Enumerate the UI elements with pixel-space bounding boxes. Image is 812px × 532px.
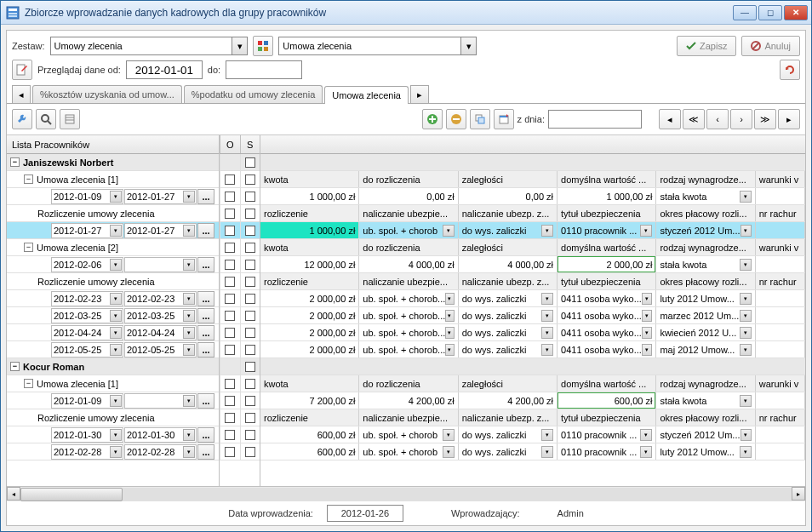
date-field[interactable]: 2012-05-25▾ [51, 342, 123, 358]
more-button[interactable]: ... [197, 393, 214, 409]
nav-fastback-button[interactable]: ≪ [683, 109, 705, 129]
chevron-down-icon[interactable]: ▾ [183, 327, 195, 339]
set-pick-button[interactable] [253, 36, 273, 56]
checkbox-s[interactable] [245, 379, 255, 389]
chevron-down-icon[interactable]: ▾ [110, 429, 122, 441]
cell-c3[interactable]: 1 000,00 zł [558, 188, 656, 204]
chevron-down-icon[interactable]: ▾ [110, 344, 122, 356]
checkbox-s[interactable] [245, 277, 255, 287]
nav-last-button[interactable]: ▸ [778, 109, 800, 129]
cell-c5[interactable] [756, 341, 805, 358]
checkbox-s[interactable] [245, 174, 255, 185]
chevron-down-icon[interactable]: ▾ [183, 225, 195, 237]
cell-c4[interactable]: stała kwota▾ [656, 392, 755, 409]
date-field[interactable]: 2012-01-27▾ [124, 189, 197, 204]
toggle-icon[interactable]: − [24, 379, 33, 388]
chevron-down-icon[interactable]: ▾ [110, 225, 122, 237]
cell-c2[interactable]: do wys. zaliczki▾ [459, 307, 558, 323]
cell-c2[interactable]: do wys. zaliczki▾ [459, 341, 558, 358]
table-row[interactable]: 600,00 złub. społ. + chorob▾do wys. zali… [260, 443, 805, 460]
checkbox-o[interactable] [225, 311, 235, 321]
chevron-down-icon[interactable]: ▾ [640, 225, 652, 237]
cell-c3[interactable]: 0411 osoba wyko...▾ [558, 341, 656, 358]
checkbox-s[interactable] [245, 311, 255, 321]
date-field[interactable]: 2012-01-30▾ [124, 427, 197, 443]
chevron-down-icon[interactable]: ▾ [642, 293, 653, 305]
cell-c1[interactable]: ub. społ. + chorob▾ [359, 222, 458, 238]
tab-prev-button[interactable]: ◂ [12, 85, 31, 103]
search-button[interactable] [36, 109, 56, 129]
date-field[interactable]: 2012-01-27▾ [124, 223, 197, 238]
cell-kwota[interactable]: 2 000,00 zł [260, 341, 359, 358]
table-row[interactable]: 12 000,00 zł4 000,00 zł4 000,00 zł2 000,… [260, 256, 805, 273]
chevron-down-icon[interactable]: ▾ [541, 310, 553, 322]
cell-c4[interactable]: stała kwota▾ [656, 256, 755, 272]
more-button[interactable]: ... [197, 444, 214, 460]
chevron-down-icon[interactable]: ▾ [541, 293, 553, 305]
checkbox-o[interactable] [225, 447, 235, 457]
checkbox-s[interactable] [245, 192, 255, 202]
date-field[interactable]: 2012-01-30▾ [51, 427, 123, 443]
tree-item[interactable]: Rozliczenie umowy zlecenia [7, 409, 219, 426]
checkbox-o[interactable] [225, 260, 235, 270]
chevron-down-icon[interactable]: ▾ [110, 191, 122, 203]
cell-c4[interactable]: kwiecień 2012 U...▾ [656, 324, 755, 340]
chevron-down-icon[interactable]: ▾ [541, 327, 553, 339]
chevron-down-icon[interactable]: ▾ [183, 310, 195, 322]
cell-c4[interactable]: marzec 2012 Um...▾ [656, 307, 755, 323]
checkbox-s[interactable] [245, 328, 255, 338]
checkbox-o[interactable] [225, 277, 235, 287]
cell-c2[interactable]: do wys. zaliczki▾ [459, 324, 558, 340]
checkbox-o[interactable] [225, 226, 235, 236]
cell-c2[interactable]: do wys. zaliczki▾ [459, 222, 558, 238]
cell-kwota[interactable]: 1 000,00 zł [260, 222, 359, 238]
checkbox-o[interactable] [225, 209, 235, 219]
table-row[interactable]: 2 000,00 złub. społ. + chorob...▾do wys.… [260, 324, 805, 341]
chevron-down-icon[interactable]: ▾ [740, 259, 752, 271]
date-field[interactable]: ▾ [124, 257, 197, 272]
more-button[interactable]: ... [197, 325, 214, 340]
cell-c5[interactable] [756, 188, 805, 204]
checkbox-s[interactable] [245, 157, 255, 168]
table-row[interactable]: 2 000,00 złub. społ. + chorob...▾do wys.… [260, 341, 805, 358]
cell-c1[interactable]: ub. społ. + chorob...▾ [359, 324, 458, 340]
checkbox-o[interactable] [225, 396, 235, 406]
checkbox-o[interactable] [225, 345, 235, 355]
date-field[interactable]: 2012-01-09▾ [51, 189, 123, 204]
chevron-down-icon[interactable]: ▾ [445, 327, 454, 339]
chevron-down-icon[interactable]: ▾ [445, 344, 454, 356]
chevron-down-icon[interactable]: ▾ [183, 429, 195, 441]
checkbox-s[interactable] [245, 447, 255, 457]
clone-button[interactable] [470, 109, 490, 129]
checkbox-o[interactable] [225, 192, 235, 202]
more-button[interactable]: ... [197, 427, 214, 443]
cell-kwota[interactable]: 2 000,00 zł [260, 290, 359, 306]
chevron-down-icon[interactable]: ▾ [642, 327, 653, 339]
edit-form-button[interactable] [12, 60, 32, 80]
cell-c3[interactable]: 0110 pracownik ...▾ [558, 443, 656, 460]
chevron-down-icon[interactable]: ▾ [541, 225, 553, 237]
cell-c1[interactable]: ub. społ. + chorob▾ [359, 426, 458, 443]
chevron-down-icon[interactable]: ▾ [110, 446, 122, 458]
tab-koszty[interactable]: %kosztów uzyskania od umow... [32, 85, 182, 103]
cell-c5[interactable] [756, 307, 805, 323]
checkbox-s[interactable] [245, 209, 255, 219]
chevron-down-icon[interactable]: ▾ [110, 293, 122, 305]
more-button[interactable]: ... [197, 257, 214, 272]
checkbox-o[interactable] [225, 328, 235, 338]
tree-item[interactable]: −Umowa zlecenia [1] [7, 375, 219, 392]
close-button[interactable]: ✕ [784, 5, 808, 20]
add-button[interactable] [422, 109, 443, 129]
chevron-down-icon[interactable]: ▾ [110, 327, 122, 339]
cell-kwota[interactable]: 600,00 zł [260, 426, 359, 443]
cell-kwota[interactable]: 1 000,00 zł [260, 188, 359, 204]
checkbox-s[interactable] [245, 362, 255, 372]
more-button[interactable]: ... [197, 291, 214, 306]
cell-c3[interactable]: 600,00 zł [558, 392, 656, 409]
chevron-down-icon[interactable]: ▾ [183, 293, 195, 305]
date-field[interactable]: 2012-03-25▾ [51, 308, 123, 323]
chevron-down-icon[interactable]: ▾ [740, 395, 752, 407]
chevron-down-icon[interactable]: ▾ [740, 446, 752, 458]
toggle-icon[interactable]: − [10, 157, 20, 167]
more-button[interactable]: ... [197, 342, 214, 358]
